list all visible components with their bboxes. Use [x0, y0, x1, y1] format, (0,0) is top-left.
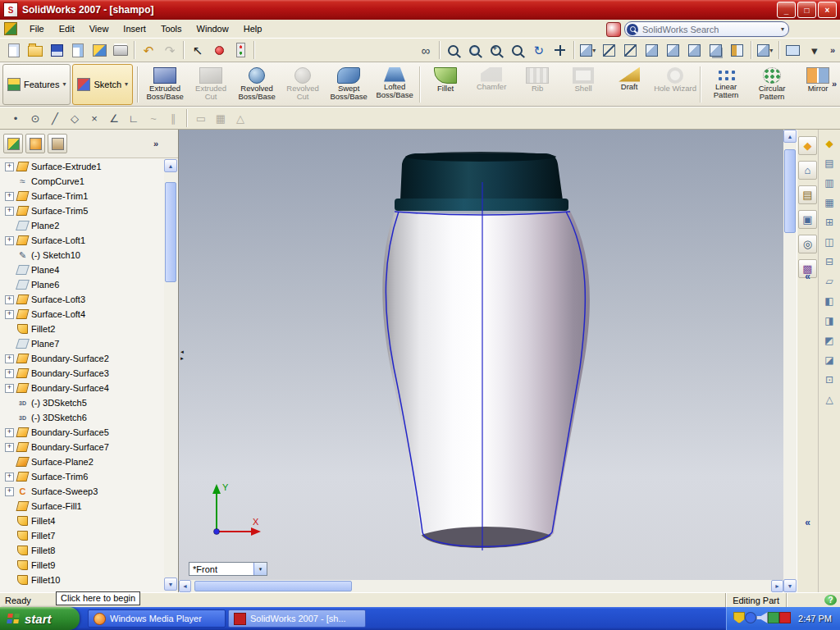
rebuild-button[interactable]	[230, 39, 251, 61]
scroll-up-icon[interactable]: ▲	[783, 130, 797, 143]
menu-window[interactable]: Window	[189, 21, 236, 36]
taskbar-task-2[interactable]: SolidWorks 2007 - [sh...	[228, 609, 366, 628]
tree-item[interactable]: (-) 3DSketch5	[0, 395, 162, 410]
cm-circular-pattern-button[interactable]: Circular Pattern	[749, 64, 795, 105]
search-helper-icon[interactable]	[606, 22, 621, 37]
vscroll-track[interactable]	[783, 143, 797, 579]
scroll-left-icon[interactable]: ◄	[179, 580, 191, 592]
menu-view[interactable]: View	[82, 21, 116, 36]
trim-entities-button[interactable]: ×	[85, 109, 103, 127]
tree-scrollbar[interactable]: ▲ ▼	[164, 159, 177, 591]
tree-item[interactable]: +Surface-Sweep3	[0, 484, 162, 499]
zoom-to-selection-button[interactable]	[507, 39, 528, 61]
configuration-manager-tab[interactable]	[48, 134, 67, 153]
hscroll-track[interactable]	[191, 580, 771, 592]
menu-edit[interactable]: Edit	[52, 21, 82, 36]
tree-item[interactable]: +Boundary-Surface2	[0, 351, 162, 366]
convert-entities-button[interactable]: △	[231, 109, 249, 127]
circle-button[interactable]: ⊙	[26, 109, 44, 127]
messenger-icon[interactable]	[745, 612, 756, 623]
design-library-button[interactable]: ▤	[798, 185, 817, 204]
planar-surface-button[interactable]: ▱	[820, 272, 838, 290]
restore-button[interactable]: □	[797, 2, 816, 18]
minimize-button[interactable]: _	[777, 2, 796, 18]
revolved-surface-button[interactable]: ▥	[820, 174, 838, 191]
network-icon[interactable]	[768, 612, 779, 623]
tree-scroll-track[interactable]	[164, 172, 177, 578]
tab-features[interactable]: Features ▾	[2, 64, 71, 105]
start-button[interactable]: start	[0, 607, 80, 630]
home-button[interactable]: ⌂	[798, 161, 817, 180]
redo-button[interactable]: ↷	[159, 39, 180, 61]
viewport[interactable]: Y X *Front ▾ ◄ ► ◄ ►	[179, 130, 783, 592]
pan-button[interactable]	[550, 39, 571, 61]
property-manager-tab[interactable]	[25, 134, 45, 153]
hidden-lines-visible-button[interactable]	[620, 39, 641, 61]
expand-icon[interactable]: +	[5, 236, 14, 245]
expand-icon[interactable]: +	[5, 354, 14, 363]
tree-item[interactable]: CompCurve1	[0, 174, 162, 189]
help-icon[interactable]: ?	[824, 595, 837, 605]
expand-icon[interactable]: +	[5, 369, 14, 378]
expand-icon[interactable]: +	[5, 207, 14, 216]
hscroll-thumb[interactable]	[194, 581, 352, 591]
file-explorer-button[interactable]: ▣	[798, 210, 817, 229]
tree-item[interactable]: (-) Sketch10	[0, 248, 162, 262]
tree-item[interactable]: Fillet8	[0, 543, 162, 558]
tree-item[interactable]: (-) 3DSketch6	[0, 410, 162, 425]
section-view-button[interactable]	[727, 39, 748, 61]
make-assembly-from-part-button[interactable]	[89, 39, 110, 61]
toolbar-overflow-icon[interactable]: »	[830, 45, 835, 55]
security-center-icon[interactable]	[733, 612, 745, 623]
cm-fillet-button[interactable]: Fillet	[422, 64, 468, 105]
cm-swept-boss-base-button[interactable]: Swept Boss/Base	[326, 64, 372, 105]
zoom-to-area-button[interactable]	[464, 39, 486, 61]
open-document-button[interactable]	[25, 39, 46, 61]
view-orientation-button[interactable]: ▾	[755, 39, 776, 61]
record-macro-button[interactable]	[208, 39, 230, 61]
expand-icon[interactable]: +	[5, 310, 14, 319]
expand-icon[interactable]: +	[5, 428, 14, 437]
extend-surface-button[interactable]: ◩	[820, 331, 838, 349]
offset-surface-button[interactable]: ◧	[820, 292, 838, 309]
make-drawing-from-part-button[interactable]	[67, 39, 89, 61]
features-dropdown-icon[interactable]: ▾	[62, 80, 66, 88]
scroll-up-icon[interactable]: ▲	[164, 159, 177, 172]
volume-icon[interactable]	[756, 612, 768, 623]
expand-icon[interactable]: +	[5, 295, 14, 304]
cm-revolved-cut-button[interactable]: Revolved Cut	[280, 64, 326, 105]
tree-item[interactable]: +Surface-Trim6	[0, 469, 162, 484]
tree-item[interactable]: Plane7	[0, 336, 162, 351]
bottle-cap[interactable]	[395, 152, 568, 211]
cm-lofted-boss-base-button[interactable]: Lofted Boss/Base	[372, 64, 418, 105]
tree-item[interactable]: Fillet9	[0, 558, 162, 573]
taskbar-task-1[interactable]: Windows Media Player	[88, 609, 226, 628]
menu-tools[interactable]: Tools	[153, 21, 189, 36]
boundary-surface-button[interactable]: ◫	[820, 233, 838, 250]
search-dropdown-icon[interactable]: ▾	[781, 25, 784, 33]
cm-revolved-boss-base-button[interactable]: Revolved Boss/Base	[234, 64, 280, 105]
cm-extruded-boss-base-button[interactable]: Extruded Boss/Base	[142, 64, 188, 105]
sketch-pattern-button[interactable]: ▦	[212, 109, 230, 127]
thicken-button[interactable]: △	[820, 390, 838, 408]
tree-item[interactable]: +Boundary-Surface4	[0, 381, 162, 395]
point-button[interactable]: •	[7, 109, 25, 127]
wireframe-button[interactable]	[599, 39, 620, 61]
tree-item[interactable]: Fillet2	[0, 322, 162, 336]
ruled-surface-button[interactable]: ◨	[820, 312, 838, 329]
toolbar-options-button[interactable]: ▾	[804, 39, 825, 61]
view-selector-dropdown[interactable]: ▾	[253, 563, 267, 575]
tree-item[interactable]: +Surface-Extrude1	[0, 159, 162, 174]
panel-expand-icon[interactable]: »	[153, 139, 158, 148]
polygon-button[interactable]: ◇	[66, 109, 84, 127]
solidworks-tray-icon[interactable]	[779, 612, 791, 623]
tree-item[interactable]: +Surface-Loft3	[0, 292, 162, 307]
cm-rib-button[interactable]: Rib	[514, 64, 560, 105]
tab-sketch[interactable]: Sketch ▾	[72, 64, 133, 105]
tree-item[interactable]: Fillet7	[0, 528, 162, 543]
panel-splitter-handle[interactable]: ◄ ►	[179, 343, 185, 368]
tree-item[interactable]: Plane2	[0, 218, 162, 233]
hidden-lines-removed-button[interactable]	[641, 39, 663, 61]
task-pane-collapse2-icon[interactable]: «	[797, 517, 818, 528]
swept-surface-button[interactable]: ▦	[820, 194, 838, 211]
